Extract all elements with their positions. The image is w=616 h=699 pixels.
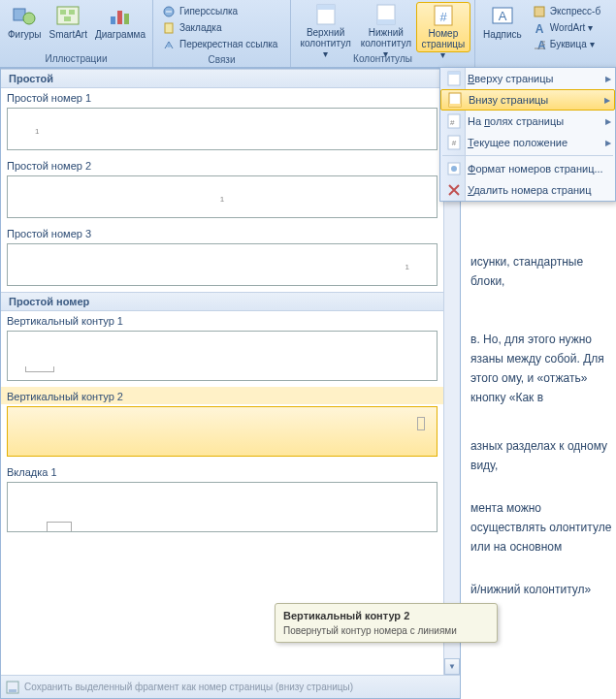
gallery-item-label: Простой номер 2 (1, 156, 443, 174)
svg-point-1 (23, 13, 35, 24)
scroll-down-button[interactable]: ▼ (444, 658, 460, 675)
gallery-item[interactable]: Вкладка 1 (1, 462, 443, 532)
page-number-icon: # (430, 4, 457, 27)
ribbon-group-headers: Верхний колонтитул ▾ Нижний колонтитул ▾… (291, 0, 475, 67)
gallery-category-simple-num: Простой номер (1, 292, 443, 311)
shapes-label: Фигуры (8, 29, 41, 40)
hyperlink-button[interactable]: Гиперссылка (159, 3, 284, 19)
gallery-item[interactable]: Вертикальный контур 1 (1, 311, 443, 381)
page-number-menu: ВВверху страницыверху страницы ▶ Внизу с… (439, 67, 616, 202)
group-label-text (479, 52, 612, 65)
gallery-category-simple: Простой (1, 69, 443, 88)
gallery-item-preview (7, 331, 438, 381)
svg-point-11 (167, 44, 171, 48)
save-selection-icon (5, 680, 20, 695)
menu-bottom-of-page[interactable]: Внизу страницы ▶ (440, 89, 615, 111)
crossref-label: Перекрестная ссылка (179, 39, 277, 49)
gallery-item-preview (7, 406, 438, 457)
wordart-label: WordArt ▾ (550, 22, 593, 33)
menu-top-of-page[interactable]: ВВверху страницыверху страницы ▶ (440, 68, 615, 89)
svg-rect-2 (57, 7, 79, 24)
textbox-button[interactable]: A Надпись (479, 2, 526, 52)
remove-icon (444, 181, 464, 199)
gallery-item-label: Простой номер 1 (1, 88, 443, 106)
gallery-item[interactable]: Простой номер 1 1 (1, 88, 443, 150)
gallery-footer-label: Сохранить выделенный фрагмент как номер … (24, 682, 353, 692)
svg-text:#: # (452, 139, 457, 147)
format-icon (444, 160, 464, 177)
dropcap-label: Буквица ▾ (550, 39, 595, 49)
group-label-links: Связи (157, 53, 286, 66)
svg-text:A: A (535, 22, 544, 35)
chart-icon (107, 3, 134, 28)
gallery-item-selected[interactable]: Вертикальный контур 2 (1, 387, 443, 457)
svg-rect-10 (165, 23, 173, 33)
group-label-illustrations: Иллюстрации (4, 52, 148, 65)
dropcap-button[interactable]: AБуквица ▾ (530, 36, 602, 52)
gallery-item[interactable]: Простой номер 3 1 (1, 224, 443, 286)
svg-point-35 (451, 166, 457, 172)
menu-format-page-numbers[interactable]: Формат номеров страниц... (440, 158, 615, 179)
svg-rect-20 (535, 7, 544, 16)
group-label-headers: Колонтитулы (295, 52, 470, 65)
document-body-text: исунки, стандартные блоки, в. Но, для эт… (470, 194, 616, 622)
menu-current-position[interactable]: # Текущее положение ▶ (440, 132, 615, 153)
footer-button[interactable]: Нижний колонтитул ▾ (356, 2, 415, 52)
quickparts-label: Экспресс-б (550, 6, 600, 16)
crossref-icon (161, 37, 177, 52)
quickparts-button[interactable]: Экспресс-б (530, 3, 602, 19)
svg-rect-8 (124, 14, 129, 24)
gallery-item[interactable]: Простой номер 2 1 (1, 156, 443, 218)
svg-text:A: A (499, 9, 507, 23)
svg-text:#: # (439, 10, 447, 24)
bookmark-button[interactable]: Закладка (159, 19, 284, 36)
shapes-button[interactable]: Фигуры (4, 2, 45, 52)
gallery-item-preview: 1 (7, 108, 438, 150)
gallery-footer[interactable]: Сохранить выделенный фрагмент как номер … (1, 675, 460, 698)
dropcap-icon: A (532, 37, 547, 52)
hyperlink-icon (161, 4, 177, 19)
page-margins-icon: # (444, 112, 464, 130)
gallery-item-preview: 1 (7, 243, 438, 286)
ribbon-group-links: Гиперссылка Закладка Перекрестная ссылка… (153, 0, 291, 67)
current-position-icon: # (444, 134, 464, 151)
wordart-button[interactable]: AWordArt ▾ (530, 19, 602, 36)
smartart-label: SmartArt (49, 29, 86, 40)
chart-button[interactable]: Диаграмма (91, 2, 149, 52)
crossref-button[interactable]: Перекрестная ссылка (159, 36, 284, 52)
smartart-button[interactable]: SmartArt (45, 2, 90, 52)
svg-text:#: # (450, 118, 455, 127)
svg-rect-37 (9, 689, 16, 692)
footer-icon (373, 3, 400, 26)
gallery-item-preview (7, 482, 438, 532)
svg-rect-7 (117, 11, 122, 24)
chevron-right-icon: ▶ (605, 75, 611, 83)
tooltip-title: Вертикальный контур 2 (283, 610, 489, 621)
bookmark-icon (161, 20, 177, 36)
page-number-button[interactable]: # Номер страницы ▾ (416, 2, 470, 52)
menu-remove-page-numbers[interactable]: Удалить номера страниц (440, 179, 615, 201)
gallery-item-preview: 1 (7, 175, 438, 218)
header-icon (312, 3, 340, 26)
shapes-icon (11, 3, 38, 28)
bookmark-label: Закладка (179, 22, 221, 33)
svg-rect-3 (60, 10, 66, 15)
gallery-item-label: Вертикальный контур 2 (1, 387, 443, 404)
svg-rect-15 (377, 19, 395, 24)
gallery-item-label: Вертикальный контур 1 (1, 311, 443, 329)
svg-rect-5 (64, 16, 71, 21)
gallery-item-label: Вкладка 1 (1, 462, 443, 480)
menu-page-margins[interactable]: # На полях страницы ▶ (440, 111, 615, 132)
ribbon-group-illustrations: Фигуры SmartArt Диаграмма Иллюстрации (0, 0, 153, 67)
smartart-icon (54, 3, 81, 28)
wordart-icon: A (532, 20, 547, 36)
svg-rect-4 (69, 10, 75, 15)
page-top-icon (444, 70, 464, 87)
chevron-right-icon: ▶ (604, 96, 610, 105)
hyperlink-label: Гиперссылка (179, 6, 238, 16)
page-bottom-icon (445, 91, 465, 109)
svg-rect-13 (317, 5, 335, 10)
ribbon: Фигуры SmartArt Диаграмма Иллюстрации Ги… (0, 0, 616, 68)
header-button[interactable]: Верхний колонтитул ▾ (295, 2, 356, 52)
chevron-right-icon: ▶ (605, 139, 611, 147)
